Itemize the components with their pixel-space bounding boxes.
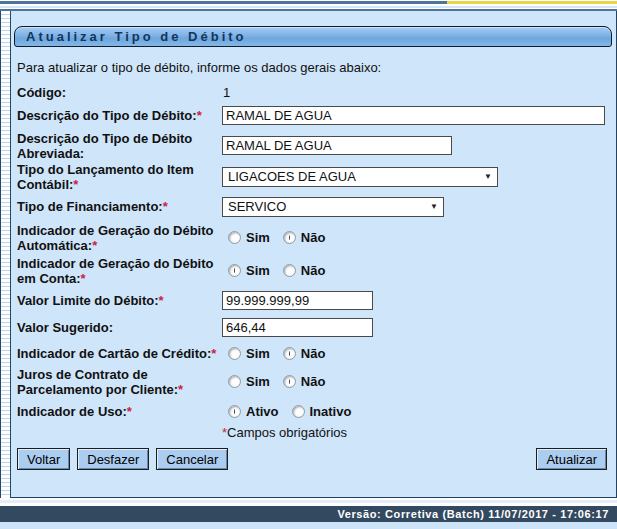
required-asterisk: * xyxy=(163,199,168,214)
required-asterisk: * xyxy=(159,293,164,308)
form-row-tipo-lancamento: Tipo do Lançamento do Item Contábil:* LI… xyxy=(17,161,612,192)
juros-parcelamento-label: Juros de Contrato de Parcelamento por Cl… xyxy=(17,367,222,397)
geracao-em-conta-radios: SimNão xyxy=(228,263,338,278)
cartao-credito-label: Indicador de Cartão de Crédito:* xyxy=(17,346,222,361)
required-asterisk: * xyxy=(197,108,202,123)
radio-label[interactable]: Não xyxy=(301,263,326,278)
form-row-valor-sugerido: Valor Sugerido: xyxy=(17,314,612,341)
juros-parcelamento-radios: SimNão xyxy=(228,374,338,389)
form-row-indicador-uso: Indicador de Uso:* AtivoInativo xyxy=(17,398,612,424)
cartao-credito-radios: SimNão xyxy=(228,346,338,361)
radio-label[interactable]: Sim xyxy=(246,263,270,278)
form-row-geracao-automatica: Indicador de Geração do Débito Automátic… xyxy=(17,221,612,254)
form-row-tipo-financiamento: Tipo de Financiamento:* SERVICO ▼ xyxy=(17,192,612,221)
radio-sim[interactable] xyxy=(228,375,241,388)
geracao-automatica-radios: SimNão xyxy=(228,230,338,245)
radio-nao[interactable] xyxy=(283,231,296,244)
required-asterisk: * xyxy=(178,382,183,397)
required-asterisk: * xyxy=(81,271,86,286)
dropdown-arrow-icon: ▼ xyxy=(430,202,438,211)
bottom-stripe xyxy=(0,522,617,529)
form-row-juros-parcelamento: Juros de Contrato de Parcelamento por Cl… xyxy=(17,365,612,398)
radio-label[interactable]: Sim xyxy=(246,230,270,245)
radio-sim[interactable] xyxy=(228,264,241,277)
tipo-financiamento-label: Tipo de Financiamento:* xyxy=(17,199,222,214)
voltar-button[interactable]: Voltar xyxy=(17,448,70,470)
required-fields-note: * Campos obrigatórios xyxy=(222,425,347,440)
form-row-valor-limite: Valor Limite do Débito:* xyxy=(17,287,612,314)
descricao-abreviada-label: Descrição do Tipo de Débito Abreviada: xyxy=(17,131,222,161)
version-bar: Versão: Corretiva (Batch) 11/07/2017 - 1… xyxy=(0,506,617,522)
intro-text: Para atualizar o tipo de débito, informe… xyxy=(14,60,612,75)
content-frame: Atualizar Tipo de Débito Para atualizar … xyxy=(0,11,617,498)
radio-inativo[interactable] xyxy=(292,405,305,418)
radio-sim[interactable] xyxy=(228,231,241,244)
valor-limite-label: Valor Limite do Débito:* xyxy=(17,293,222,308)
radio-sim[interactable] xyxy=(228,347,241,360)
radio-label[interactable]: Não xyxy=(301,346,326,361)
indicador-uso-label: Indicador de Uso:* xyxy=(17,404,222,419)
codigo-value: 1 xyxy=(222,85,230,100)
form-row-descricao: Descrição do Tipo de Débito:* xyxy=(17,101,612,130)
radio-nao[interactable] xyxy=(283,375,296,388)
radio-label[interactable]: Ativo xyxy=(246,404,279,419)
codigo-label: Código: xyxy=(17,85,222,100)
descricao-label: Descrição do Tipo de Débito:* xyxy=(17,108,222,123)
form-row-geracao-em-conta: Indicador de Geração do Débito em Conta:… xyxy=(17,254,612,287)
radio-nao[interactable] xyxy=(283,347,296,360)
tipo-financiamento-select[interactable]: SERVICO ▼ xyxy=(222,197,444,217)
atualizar-button[interactable]: Atualizar xyxy=(536,448,607,470)
descricao-abreviada-input[interactable] xyxy=(222,136,452,155)
geracao-automatica-label: Indicador de Geração do Débito Automátic… xyxy=(17,223,222,253)
indicador-uso-radios: AtivoInativo xyxy=(228,404,364,419)
radio-label[interactable]: Sim xyxy=(246,346,270,361)
tipo-lancamento-label: Tipo do Lançamento do Item Contábil:* xyxy=(17,162,222,192)
valor-sugerido-input[interactable] xyxy=(222,318,373,337)
valor-sugerido-label: Valor Sugerido: xyxy=(17,320,222,335)
radio-ativo[interactable] xyxy=(228,405,241,418)
radio-label[interactable]: Não xyxy=(301,374,326,389)
radio-label[interactable]: Inativo xyxy=(310,404,352,419)
required-asterisk: * xyxy=(73,177,78,192)
required-asterisk: * xyxy=(211,346,216,361)
form-row-footnote: * Campos obrigatórios xyxy=(17,424,612,440)
footer-gap xyxy=(0,498,617,506)
cancelar-button[interactable]: Cancelar xyxy=(156,448,228,470)
form-row-cartao-credito: Indicador de Cartão de Crédito:* SimNão xyxy=(17,341,612,365)
radio-label[interactable]: Sim xyxy=(246,374,270,389)
action-bar: Voltar Desfazer Cancelar Atualizar xyxy=(14,448,612,470)
form: Código: 1 Descrição do Tipo de Débito:* … xyxy=(14,84,612,440)
desfazer-button[interactable]: Desfazer xyxy=(77,448,149,470)
left-frame-border xyxy=(0,11,11,498)
descricao-input[interactable] xyxy=(222,106,605,125)
main-panel: Atualizar Tipo de Débito Para atualizar … xyxy=(11,11,617,498)
required-asterisk: * xyxy=(127,404,132,419)
form-row-codigo: Código: 1 xyxy=(17,84,612,101)
page-title: Atualizar Tipo de Débito xyxy=(26,29,247,44)
screen: Atualizar Tipo de Débito Para atualizar … xyxy=(0,0,617,529)
valor-limite-input[interactable] xyxy=(222,291,373,310)
tipo-lancamento-select[interactable]: LIGACOES DE AGUA ▼ xyxy=(222,167,498,187)
dropdown-arrow-icon: ▼ xyxy=(484,172,492,181)
radio-label[interactable]: Não xyxy=(301,230,326,245)
version-text: Versão: Corretiva (Batch) 11/07/2017 - 1… xyxy=(337,508,609,520)
radio-nao[interactable] xyxy=(283,264,296,277)
required-asterisk: * xyxy=(92,238,97,253)
page-title-bar: Atualizar Tipo de Débito xyxy=(14,26,612,47)
geracao-em-conta-label: Indicador de Geração do Débito em Conta:… xyxy=(17,256,222,286)
form-row-descricao-abreviada: Descrição do Tipo de Débito Abreviada: xyxy=(17,130,612,161)
